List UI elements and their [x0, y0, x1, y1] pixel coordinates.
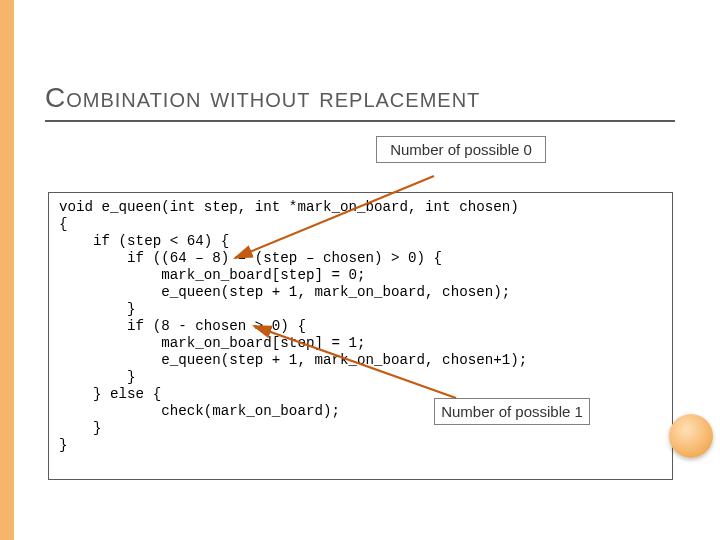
title-underline — [45, 120, 675, 122]
accent-circle-icon — [669, 414, 713, 458]
left-accent-stripe — [0, 0, 14, 540]
slide-title: Combination without replacement — [45, 82, 480, 114]
callout-possible-0: Number of possible 0 — [376, 136, 546, 163]
code-box: void e_queen(int step, int *mark_on_boar… — [48, 192, 673, 480]
slide: Combination without replacement Number o… — [0, 0, 720, 540]
callout-possible-1: Number of possible 1 — [434, 398, 590, 425]
